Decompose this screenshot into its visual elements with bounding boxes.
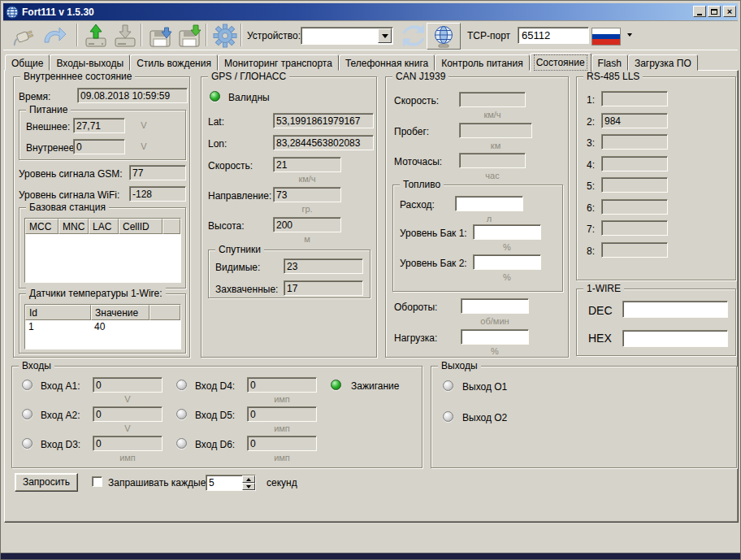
input-a2-field[interactable]: 0: [93, 406, 162, 422]
input-d3-field[interactable]: 0: [93, 436, 162, 451]
interval-spinner[interactable]: 5: [206, 475, 256, 491]
tab-power-control[interactable]: Контроль питания: [435, 54, 530, 71]
rs485-field-2[interactable]: 984: [601, 113, 668, 128]
time-field[interactable]: 09.08.2018 10:59:59: [77, 88, 188, 103]
language-flag-button[interactable]: [592, 28, 621, 46]
internal-power-field[interactable]: 0: [73, 139, 125, 154]
rs485-field-6[interactable]: [601, 199, 668, 215]
app-window: Fort111 v 1.5.30 ×: [0, 0, 741, 560]
minimize-button[interactable]: [693, 6, 706, 17]
device-combobox[interactable]: [301, 27, 393, 45]
input-d5-unit: имп: [247, 423, 317, 433]
connect-button[interactable]: [8, 22, 38, 49]
course-field[interactable]: 73: [273, 187, 341, 202]
fuel-rate-field[interactable]: [455, 196, 523, 211]
sats-visible-field[interactable]: 23: [284, 258, 363, 274]
rs485-field-8[interactable]: [601, 242, 668, 258]
tank2-label: Уровень Бак 2:: [400, 258, 467, 269]
tab-driving-style[interactable]: Стиль вождения: [130, 54, 218, 71]
language-dropdown-icon[interactable]: [627, 33, 632, 37]
base-station-body[interactable]: [25, 234, 180, 282]
column-header[interactable]: Значение: [91, 305, 150, 320]
flag-stripe-blue: [592, 34, 620, 40]
tab-firmware-upload[interactable]: Загрузка ПО: [628, 54, 698, 71]
temp-sensors-body[interactable]: 1 40: [25, 320, 180, 349]
tank1-field[interactable]: [473, 224, 541, 240]
load-file-button[interactable]: [145, 22, 176, 49]
fuel-title: Топливо: [400, 179, 444, 190]
title-bar[interactable]: Fort111 v 1.5.30 ×: [3, 3, 738, 20]
rs485-field-4[interactable]: [601, 156, 668, 171]
output-o2-led: [443, 411, 453, 422]
tab-phonebook[interactable]: Телефонная книга: [339, 54, 435, 71]
save-file-button[interactable]: [175, 22, 205, 49]
column-header-filler: [150, 305, 180, 320]
input-a1-field[interactable]: 0: [93, 377, 162, 393]
gps-valid-led: [210, 91, 220, 102]
column-header[interactable]: CellID: [119, 219, 162, 234]
gps-speed-field[interactable]: 21: [273, 157, 341, 172]
input-d5-field[interactable]: 0: [247, 406, 317, 422]
tcp-port-input[interactable]: 65112: [518, 27, 589, 44]
tank2-field[interactable]: [473, 254, 541, 270]
input-d6-led: [176, 438, 187, 449]
column-header[interactable]: LAC: [89, 219, 119, 234]
tab-inputs-outputs[interactable]: Входы-выходы: [50, 54, 130, 71]
rpm-unit: об/мин: [461, 316, 529, 326]
column-header[interactable]: MCC: [25, 219, 58, 234]
rs485-field-5[interactable]: [601, 177, 668, 193]
rs485-field-1[interactable]: [601, 91, 668, 106]
rs485-row-label: 3:: [587, 137, 595, 149]
app-icon[interactable]: [6, 6, 19, 19]
request-button[interactable]: Запросить: [15, 473, 78, 492]
read-device-button[interactable]: [110, 22, 140, 49]
tcp-mode-button[interactable]: [427, 23, 461, 50]
output-o1-led: [443, 380, 453, 391]
rs485-field-3[interactable]: [601, 134, 668, 150]
tab-status[interactable]: Состояние: [530, 53, 592, 72]
altitude-field[interactable]: 200: [273, 217, 341, 232]
mileage-field[interactable]: [459, 123, 532, 138]
tab-transport-monitoring[interactable]: Мониторинг транспорта: [218, 54, 339, 71]
column-header[interactable]: MNC: [58, 219, 89, 234]
table-row[interactable]: 1 40: [25, 320, 180, 334]
external-power-field[interactable]: 27,71: [73, 118, 125, 133]
sats-used-field[interactable]: 17: [284, 280, 363, 296]
base-station-table[interactable]: MCC MNC LAC CellID: [24, 218, 181, 283]
spin-up-button[interactable]: [242, 475, 255, 483]
onewire-title: 1-WIRE: [583, 283, 624, 294]
close-button[interactable]: ×: [723, 6, 736, 17]
tab-general[interactable]: Общие: [5, 54, 50, 71]
output-o1-label: Выход O1: [462, 381, 507, 393]
rpm-field[interactable]: [461, 298, 529, 314]
temp-sensors-table[interactable]: Id Значение 1 40: [24, 304, 181, 349]
wifi-level-field[interactable]: -128: [129, 186, 186, 202]
engine-hours-field[interactable]: [459, 153, 526, 168]
lat-field[interactable]: 53,1991861979167: [273, 113, 374, 128]
flag-stripe-red: [592, 39, 620, 45]
dec-field[interactable]: [622, 301, 728, 318]
input-d6-field[interactable]: 0: [247, 436, 317, 451]
can-speed-field[interactable]: [459, 92, 526, 107]
fuel-rate-label: Расход:: [400, 199, 435, 211]
rs485-field-7[interactable]: [601, 220, 668, 236]
lon-field[interactable]: 83,2844563802083: [273, 135, 374, 150]
gsm-level-field[interactable]: 77: [129, 165, 186, 180]
input-d4-field[interactable]: 0: [247, 377, 317, 393]
engine-load-field[interactable]: [461, 329, 529, 345]
maximize-button[interactable]: [708, 6, 721, 17]
lon-label: Lon:: [208, 138, 227, 150]
tab-flash[interactable]: Flash: [592, 54, 628, 71]
settings-button[interactable]: [210, 22, 240, 49]
rs485-row-label: 8:: [587, 245, 595, 257]
spin-down-button[interactable]: [242, 483, 255, 490]
dec-label: DEC: [588, 304, 613, 317]
write-device-button[interactable]: [80, 22, 110, 49]
refresh-devices-button[interactable]: [398, 22, 428, 49]
reconnect-button[interactable]: [39, 22, 69, 49]
interval-value: 5: [209, 477, 214, 488]
hex-field[interactable]: [622, 330, 728, 347]
poll-checkbox[interactable]: [92, 476, 102, 487]
device-combobox-arrow[interactable]: [378, 28, 392, 43]
column-header[interactable]: Id: [25, 305, 91, 320]
